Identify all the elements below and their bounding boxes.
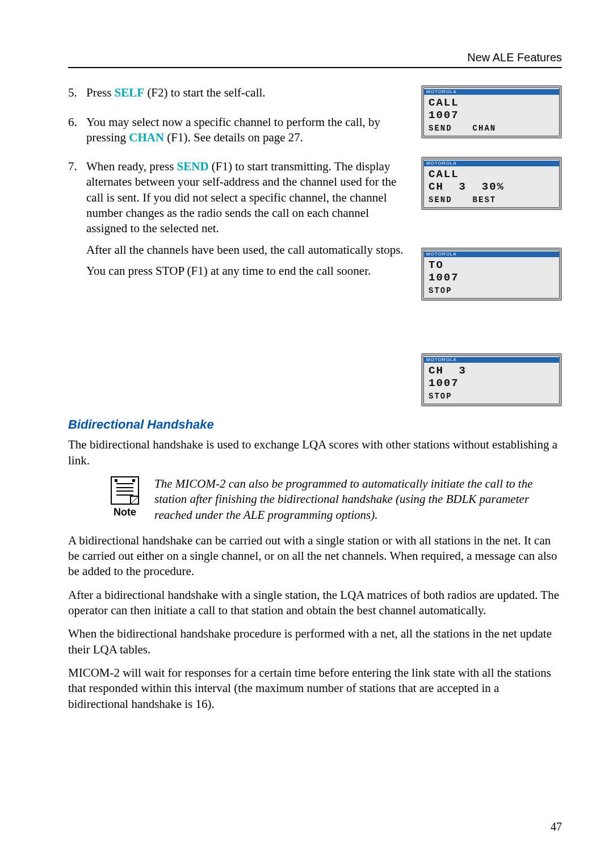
page-header: New ALE Features bbox=[68, 50, 562, 68]
step-paragraph: You can press STOP (F1) at any time to e… bbox=[86, 263, 409, 279]
lcd-panel: MOTOROLACH 3 1007STOP bbox=[421, 353, 562, 406]
step-paragraph: When ready, press SEND (F1) to start tra… bbox=[86, 159, 409, 236]
note-icon-wrap: Note bbox=[108, 476, 142, 519]
body-paragraph: MICOM-2 will wait for responses for a ce… bbox=[68, 665, 562, 712]
step-item: 7.When ready, press SEND (F1) to start t… bbox=[68, 159, 409, 284]
lcd-brand: MOTOROLA bbox=[424, 357, 559, 363]
step-paragraph: After all the channels have been used, t… bbox=[86, 242, 409, 258]
step-body: Press SELF (F2) to start the self-call. bbox=[86, 85, 409, 106]
lcd-brand: MOTOROLA bbox=[424, 251, 559, 257]
lcd-softkey-row: SENDBEST bbox=[424, 195, 559, 207]
lcd-spacer bbox=[421, 144, 562, 151]
note-block: Note The MICOM-2 can also be programmed … bbox=[108, 476, 562, 523]
lcd-softkey: STOP bbox=[429, 391, 452, 401]
note-text: The MICOM-2 can also be programmed to au… bbox=[154, 476, 562, 523]
header-title: New ALE Features bbox=[467, 51, 562, 64]
lcd-softkey-row: SENDCHAN bbox=[424, 123, 559, 136]
step-item: 6.You may select now a specific channel … bbox=[68, 115, 409, 152]
lcd-panel: MOTOROLACALL 1007SENDCHAN bbox=[421, 85, 562, 139]
lcd-body: CALL 1007 bbox=[424, 96, 559, 123]
softkey-label: CHAN bbox=[129, 131, 164, 144]
step-number: 7. bbox=[68, 159, 86, 284]
note-icon bbox=[111, 476, 139, 505]
text-run: ​(F1). See details on page 27. bbox=[164, 131, 303, 144]
page-number: 47 bbox=[551, 819, 562, 834]
lcd-softkey: CHAN bbox=[473, 123, 497, 133]
lcd-brand: MOTOROLA bbox=[424, 161, 559, 166]
body-paragraph: The bidirectional handshake is used to e… bbox=[68, 437, 562, 468]
text-run: (F2) to start the self-call. bbox=[144, 86, 265, 99]
step-number: 6. bbox=[68, 115, 86, 152]
lcd-inner: MOTOROLACALL 1007SENDCHAN bbox=[423, 87, 560, 136]
lcd-inner: MOTOROLACALL CH 3 30%SENDBEST bbox=[423, 159, 560, 208]
text-column: 5.Press SELF (F2) to start the self-call… bbox=[68, 85, 409, 406]
lcd-body: TO 1007 bbox=[424, 258, 559, 286]
body-paragraph: A bidirectional handshake can be carried… bbox=[68, 533, 562, 580]
lcd-inner: MOTOROLACH 3 1007STOP bbox=[423, 355, 560, 404]
text-run: Press bbox=[86, 86, 115, 99]
lcd-softkey: BEST bbox=[473, 195, 497, 205]
body-paragraph: When the bidirectional handshake procedu… bbox=[68, 626, 562, 657]
main-content-row: 5.Press SELF (F2) to start the self-call… bbox=[68, 85, 562, 406]
step-paragraph: Press SELF (F2) to start the self-call. bbox=[86, 85, 409, 100]
body-paragraph: After a bidirectional handshake with a s… bbox=[68, 588, 562, 619]
step-body: You may select now a specific channel to… bbox=[86, 115, 409, 152]
text-run: You can press STOP (F1) at any time to e… bbox=[86, 264, 371, 278]
lcd-softkey: STOP bbox=[429, 286, 452, 296]
lcd-body: CH 3 1007 bbox=[424, 364, 559, 391]
lcd-body: CALL CH 3 30% bbox=[424, 167, 559, 195]
note-label: Note bbox=[108, 506, 142, 519]
lcd-panel: MOTOROLACALL CH 3 30%SENDBEST bbox=[421, 157, 562, 210]
lcd-softkey-row: STOP bbox=[424, 391, 559, 404]
lcd-column: MOTOROLACALL 1007SENDCHANMOTOROLACALL CH… bbox=[421, 85, 562, 406]
text-run: When ready, press bbox=[86, 160, 177, 173]
lcd-softkey: SEND bbox=[429, 123, 452, 133]
softkey-label: SEND bbox=[177, 160, 209, 173]
lcd-panel: MOTOROLATO 1007STOP bbox=[421, 248, 562, 301]
lcd-brand: MOTOROLA bbox=[424, 89, 559, 95]
text-run: After all the channels have been used, t… bbox=[86, 243, 404, 257]
section-title: Bidirectional Handshake bbox=[68, 417, 562, 433]
step-number: 5. bbox=[68, 85, 86, 106]
lcd-softkey: SEND bbox=[429, 195, 452, 205]
lcd-softkey-row: STOP bbox=[424, 286, 559, 298]
step-paragraph: You may select now a specific channel to… bbox=[86, 115, 409, 146]
step-body: When ready, press SEND (F1) to start tra… bbox=[86, 159, 409, 284]
step-list: 5.Press SELF (F2) to start the self-call… bbox=[68, 85, 409, 284]
lcd-inner: MOTOROLATO 1007STOP bbox=[423, 250, 560, 299]
softkey-label: SELF bbox=[115, 86, 145, 99]
lcd-spacer bbox=[421, 307, 562, 347]
step-item: 5.Press SELF (F2) to start the self-call… bbox=[68, 85, 409, 106]
lcd-spacer bbox=[421, 216, 562, 242]
